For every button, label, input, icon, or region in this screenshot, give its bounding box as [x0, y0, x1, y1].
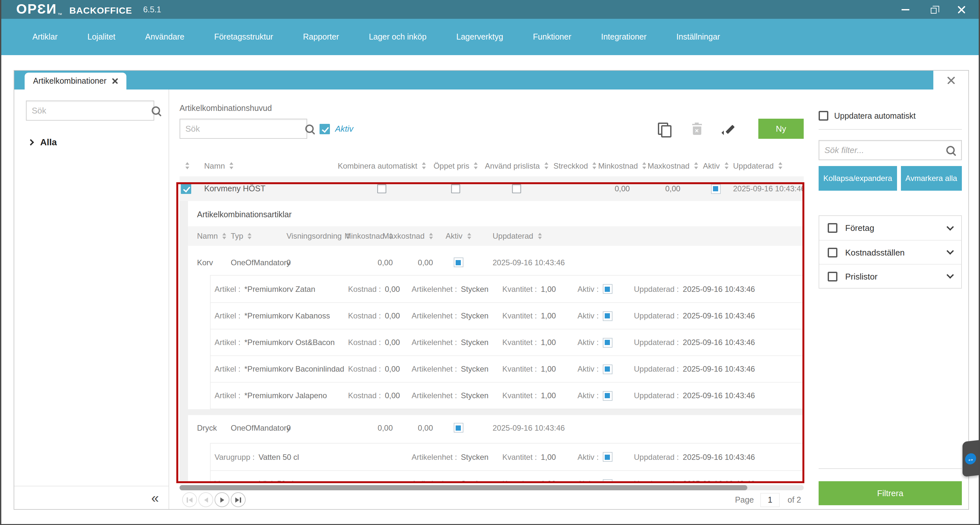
remote-support-dock[interactable]: ↔ [963, 440, 979, 477]
oppet-pris-checkbox[interactable] [451, 184, 460, 193]
sort-icon[interactable] [592, 163, 596, 169]
search-icon[interactable] [305, 124, 315, 134]
table-row-korvmeny[interactable]: Korvmeny HÖST 0,00 0,00 2025-09-16 10:43… [180, 176, 804, 201]
col-streckkod[interactable]: Streckkod [554, 161, 588, 170]
col-aktiv[interactable]: Aktiv [703, 161, 720, 170]
col-anvand-prislista[interactable]: Använd prislista [485, 161, 539, 170]
copy-button[interactable] [655, 120, 672, 137]
sort-icon[interactable] [229, 163, 233, 169]
subcol-namn[interactable]: Namn [197, 231, 218, 241]
item-row[interactable]: Artikel :*Premiumkorv Ost&Bacon Kostnad … [211, 329, 803, 356]
filter-group-foretag[interactable]: Företag [819, 216, 961, 240]
pager-prev-button[interactable] [198, 492, 213, 507]
chevron-down-icon[interactable] [947, 271, 954, 279]
subcol-aktiv[interactable]: Aktiv [445, 231, 463, 241]
active-indicator[interactable] [603, 452, 612, 462]
active-indicator[interactable] [603, 311, 612, 321]
edit-button[interactable] [721, 120, 738, 137]
restore-button[interactable] [928, 4, 939, 14]
sort-icon[interactable] [538, 233, 541, 239]
tab-artikelkombinationer[interactable]: Artikelkombinationer [25, 73, 127, 89]
kombinera-checkbox[interactable] [377, 184, 386, 193]
item-row[interactable]: Varugrupp :Läsk 50 cl Artikelenhet :Styc… [211, 470, 803, 483]
pager-last-button[interactable] [231, 492, 246, 507]
pager-first-button[interactable] [182, 492, 197, 507]
chevron-down-icon[interactable] [947, 247, 954, 255]
active-indicator[interactable] [603, 284, 612, 294]
horizontal-scrollbar[interactable] [180, 485, 804, 490]
sort-icon[interactable] [544, 163, 548, 169]
active-indicator[interactable] [603, 364, 612, 374]
subcol-uppdaterad[interactable]: Uppdaterad [493, 231, 533, 241]
close-window-button[interactable] [956, 4, 966, 14]
item-row[interactable]: Artikel :*Premiumkorv Kabanoss Kostnad :… [211, 302, 803, 329]
col-kombinera[interactable]: Kombinera automatiskt [338, 161, 417, 170]
sort-icon[interactable] [185, 163, 189, 169]
sort-icon[interactable] [642, 163, 646, 169]
filter-checkbox[interactable] [828, 247, 837, 257]
sort-icon[interactable] [467, 233, 471, 239]
item-row[interactable]: Artikel :*Premiumkorv Zatan Kostnad :0,0… [211, 276, 803, 302]
subcol-minkostnad[interactable]: Minkostnad [345, 231, 384, 241]
group-row-dryck[interactable]: Dryck OneOfMandatory 0 0,00 0,00 2025-09… [188, 415, 804, 440]
chevron-down-icon[interactable] [947, 223, 954, 231]
item-row[interactable]: Artikel :*Premiumkorv Baconinlindad Kost… [211, 356, 803, 382]
sort-icon[interactable] [222, 233, 226, 239]
active-indicator[interactable] [603, 391, 612, 401]
sort-icon[interactable] [724, 163, 728, 169]
nav-funktioner[interactable]: Funktioner [518, 32, 586, 41]
page-number-input[interactable] [760, 493, 780, 507]
anvand-prislista-checkbox[interactable] [512, 184, 521, 193]
nav-integrationer[interactable]: Integrationer [586, 32, 662, 41]
filter-group-prislistor[interactable]: Prislistor [819, 264, 961, 288]
filter-group-kostnadsstallen[interactable]: Kostnadsställen [819, 240, 961, 264]
active-indicator[interactable] [711, 184, 721, 194]
sort-icon[interactable] [422, 163, 426, 169]
subcol-maxkostnad[interactable]: Maxkostnad [383, 231, 425, 241]
search-icon[interactable] [151, 105, 161, 116]
sort-icon[interactable] [248, 233, 252, 239]
auto-update-toggle[interactable]: Uppdatera automatiskt [819, 111, 962, 121]
nav-foretagsstruktur[interactable]: Företagsstruktur [199, 32, 288, 41]
subcol-visningsordning[interactable]: Visningsordning [286, 231, 342, 241]
active-indicator[interactable] [453, 257, 463, 267]
active-filter[interactable]: Aktiv [320, 124, 353, 134]
filter-button[interactable]: Filtrera [819, 481, 962, 505]
group-row-korv[interactable]: Korv OneOfMandatory 0 0,00 0,00 2025-09-… [188, 250, 804, 275]
filter-checkbox[interactable] [828, 223, 837, 233]
col-maxkostnad[interactable]: Maxkostnad [648, 161, 689, 170]
nav-lager-och-inkop[interactable]: Lager och inköp [354, 32, 441, 41]
item-row[interactable]: Artikel :*Premiumkorv Jalapeno Kostnad :… [211, 382, 803, 409]
delete-button[interactable]: × [688, 120, 705, 137]
col-uppdaterad[interactable]: Uppdaterad [733, 161, 773, 170]
collapse-expand-button[interactable]: Kollapsa/expandera [819, 166, 897, 191]
sidebar-collapse-button[interactable]: « [151, 491, 159, 504]
filter-search-input[interactable] [819, 141, 946, 160]
scrollbar-thumb[interactable] [180, 485, 748, 490]
sort-icon[interactable] [694, 163, 698, 169]
nav-installningar[interactable]: Inställningar [662, 32, 735, 41]
active-indicator[interactable] [603, 338, 612, 347]
active-filter-checkbox[interactable] [320, 124, 330, 134]
row-select-checkbox[interactable] [181, 184, 191, 194]
sort-icon[interactable] [474, 163, 478, 169]
pager-next-button[interactable] [215, 492, 229, 507]
nav-artiklar[interactable]: Artiklar [18, 32, 73, 41]
table-search-input[interactable] [180, 119, 305, 138]
active-indicator[interactable] [453, 423, 463, 432]
col-minkostnad[interactable]: Minkostnad [598, 161, 638, 170]
active-indicator[interactable] [603, 479, 612, 483]
col-oppet-pris[interactable]: Öppet pris [434, 161, 469, 170]
subcol-typ[interactable]: Typ [231, 231, 243, 241]
auto-update-checkbox[interactable] [819, 111, 828, 121]
sidebar-search-input[interactable] [27, 101, 151, 120]
minimize-button[interactable] [900, 4, 911, 14]
deselect-all-button[interactable]: Avmarkera alla [900, 166, 962, 191]
sort-icon[interactable] [778, 163, 782, 169]
panel-close-button[interactable] [947, 76, 955, 84]
filter-checkbox[interactable] [828, 271, 837, 281]
nav-anvandare[interactable]: Användare [130, 32, 199, 41]
nav-lagerverktyg[interactable]: Lagerverktyg [441, 32, 518, 41]
tree-item-alla[interactable]: Alla [14, 137, 169, 147]
sort-icon[interactable] [429, 233, 433, 239]
